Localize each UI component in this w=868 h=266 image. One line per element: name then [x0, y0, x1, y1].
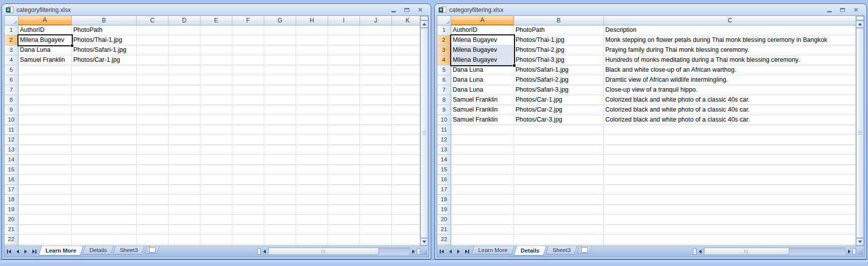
cell-B22[interactable]: [72, 235, 137, 245]
cell-K1[interactable]: [392, 25, 420, 35]
cell-G4[interactable]: [264, 55, 296, 65]
cell-D20[interactable]: [169, 215, 200, 225]
cell-G3[interactable]: [264, 45, 296, 55]
row-header-3[interactable]: 3: [4, 45, 18, 55]
maximize-icon[interactable]: [404, 8, 409, 12]
cell-C13[interactable]: [604, 145, 856, 155]
cell-B16[interactable]: [72, 175, 137, 185]
column-header-K[interactable]: K: [392, 16, 420, 25]
row-header-16[interactable]: 16: [4, 175, 18, 185]
cell-E21[interactable]: [200, 225, 232, 235]
horizontal-scroll-thumb[interactable]: [268, 248, 379, 255]
cell-K17[interactable]: [392, 185, 420, 195]
cell-F8[interactable]: [232, 95, 264, 105]
scroll-up-icon[interactable]: [856, 20, 864, 28]
cell-B10[interactable]: Photos/Car-3.jpg: [514, 115, 604, 125]
column-header-F[interactable]: F: [232, 16, 264, 25]
row-header-7[interactable]: 7: [437, 85, 451, 95]
cell-A9[interactable]: [18, 105, 72, 115]
cell-F15[interactable]: [232, 165, 264, 175]
previous-sheet-icon[interactable]: [14, 248, 21, 255]
cell-A21[interactable]: [451, 225, 514, 235]
cell-A14[interactable]: [451, 155, 514, 165]
cell-G22[interactable]: [264, 235, 296, 245]
cell-G15[interactable]: [264, 165, 296, 175]
cell-E17[interactable]: [200, 185, 232, 195]
cell-K14[interactable]: [392, 155, 420, 165]
cell-A7[interactable]: Dana Luna: [451, 85, 514, 95]
cell-C13[interactable]: [137, 145, 169, 155]
cell-G7[interactable]: [264, 85, 296, 95]
cell-K4[interactable]: [392, 55, 420, 65]
cell-D22[interactable]: [169, 235, 200, 245]
cell-I21[interactable]: [328, 225, 360, 235]
cell-A22[interactable]: [18, 235, 72, 245]
cell-F10[interactable]: [232, 115, 264, 125]
cell-A11[interactable]: [18, 125, 72, 135]
cell-A16[interactable]: [18, 175, 72, 185]
cell-D1[interactable]: [169, 25, 200, 35]
row-header-13[interactable]: 13: [437, 145, 451, 155]
insert-worksheet-button[interactable]: [144, 246, 160, 254]
cell-J18[interactable]: [360, 195, 392, 205]
cell-G8[interactable]: [264, 95, 296, 105]
cell-G5[interactable]: [264, 65, 296, 75]
cell-F4[interactable]: [232, 55, 264, 65]
vertical-scroll-thumb[interactable]: [420, 28, 428, 238]
column-header-B[interactable]: B: [514, 16, 604, 25]
cell-H18[interactable]: [296, 195, 328, 205]
row-header-21[interactable]: 21: [437, 225, 451, 235]
row-header-1[interactable]: 1: [437, 25, 451, 35]
row-header-15[interactable]: 15: [4, 165, 18, 175]
row-header-19[interactable]: 19: [4, 205, 18, 215]
vertical-split-box[interactable]: [420, 16, 428, 20]
cell-A14[interactable]: [18, 155, 72, 165]
cell-C18[interactable]: [137, 195, 169, 205]
vertical-scrollbar[interactable]: [856, 16, 864, 246]
cell-J19[interactable]: [360, 205, 392, 215]
cell-C6[interactable]: [137, 75, 169, 85]
cell-C22[interactable]: [137, 235, 169, 245]
cell-I3[interactable]: [328, 45, 360, 55]
row-header-5[interactable]: 5: [4, 65, 18, 75]
cell-C5[interactable]: Black and white close-up of an African w…: [604, 65, 856, 75]
row-header-18[interactable]: 18: [437, 195, 451, 205]
row-header-4[interactable]: 4: [4, 55, 18, 65]
cell-A4[interactable]: Samuel Franklin: [18, 55, 72, 65]
sheet-tab-sheet3[interactable]: Sheet3: [545, 246, 577, 255]
cell-D6[interactable]: [169, 75, 200, 85]
cell-J5[interactable]: [360, 65, 392, 75]
cell-K15[interactable]: [392, 165, 420, 175]
cell-E7[interactable]: [200, 85, 232, 95]
cell-J11[interactable]: [360, 125, 392, 135]
last-sheet-icon[interactable]: [463, 248, 470, 255]
cell-B6[interactable]: [72, 75, 137, 85]
row-header-7[interactable]: 7: [4, 85, 18, 95]
cell-H9[interactable]: [296, 105, 328, 115]
cell-K8[interactable]: [392, 95, 420, 105]
cell-J13[interactable]: [360, 145, 392, 155]
cell-B18[interactable]: [514, 195, 604, 205]
cell-K18[interactable]: [392, 195, 420, 205]
cell-B19[interactable]: [72, 205, 137, 215]
cell-A18[interactable]: [451, 195, 514, 205]
row-header-4[interactable]: 4: [437, 55, 451, 65]
cell-A22[interactable]: [451, 235, 514, 245]
cell-D8[interactable]: [169, 95, 200, 105]
cell-G14[interactable]: [264, 155, 296, 165]
cell-A6[interactable]: [18, 75, 72, 85]
first-sheet-icon[interactable]: [439, 248, 446, 255]
previous-sheet-icon[interactable]: [447, 248, 454, 255]
cell-H7[interactable]: [296, 85, 328, 95]
select-all-corner[interactable]: [4, 16, 18, 25]
row-header-20[interactable]: 20: [4, 215, 18, 225]
cell-A10[interactable]: Samuel Franklin: [451, 115, 514, 125]
cell-I22[interactable]: [328, 235, 360, 245]
cell-A8[interactable]: [18, 95, 72, 105]
cell-K9[interactable]: [392, 105, 420, 115]
sheet-tab-details[interactable]: Details: [82, 246, 114, 255]
cell-B14[interactable]: [72, 155, 137, 165]
cell-E13[interactable]: [200, 145, 232, 155]
cell-A5[interactable]: [18, 65, 72, 75]
row-header-14[interactable]: 14: [437, 155, 451, 165]
